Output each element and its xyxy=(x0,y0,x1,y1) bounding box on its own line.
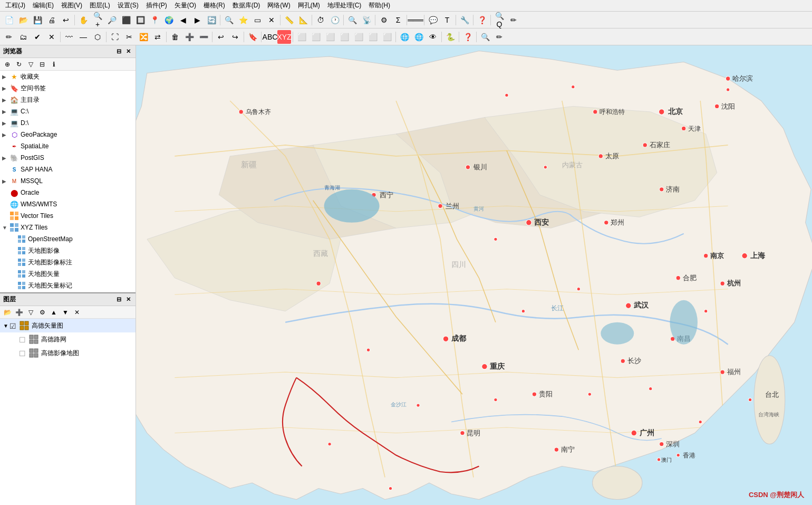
tree-item-tianditu-img[interactable]: 天地图影像 xyxy=(7,245,136,256)
save-as-btn[interactable]: 🖨 xyxy=(45,13,59,27)
dig-btn17[interactable]: 🔖 xyxy=(246,30,259,44)
menu-view[interactable]: 视图(V) xyxy=(58,0,85,11)
annot-btn[interactable]: 💬 xyxy=(426,13,440,27)
zoom-layer-btn[interactable]: 📍 xyxy=(148,13,161,27)
select-rect-btn[interactable]: ▭ xyxy=(250,13,264,27)
menu-raster[interactable]: 栅格(R) xyxy=(200,0,228,11)
dig-btn13[interactable]: ➕ xyxy=(182,30,196,44)
zoom-in-btn[interactable]: 🔍+ xyxy=(91,13,104,27)
dig-btn23[interactable]: ⬜ xyxy=(337,30,351,44)
open-btn[interactable]: 📂 xyxy=(16,13,30,27)
layer-gaode-road[interactable]: 高德路网 xyxy=(0,332,136,346)
time-btn[interactable]: ⏱ xyxy=(314,13,327,27)
tree-item-gaode-img[interactable]: 高德影像地图 xyxy=(7,291,136,292)
menu-database[interactable]: 数据库(D) xyxy=(229,0,264,11)
road-checkbox[interactable] xyxy=(19,336,26,343)
help-btn[interactable]: ❓ xyxy=(475,13,489,27)
tree-item-wms-wmts[interactable]: 🌐 WMS/WMTS xyxy=(0,198,136,210)
tree-item-tianditu-img-label[interactable]: 天地图影像标注 xyxy=(7,256,136,268)
coord-search-btn[interactable]: 🔍 xyxy=(345,13,359,27)
layers-settings-btn[interactable]: ⚙ xyxy=(37,307,47,318)
dig-btn14[interactable]: ➖ xyxy=(197,30,210,44)
dig-btn11[interactable]: ⇄ xyxy=(151,30,165,44)
text-btn[interactable]: T xyxy=(440,13,454,27)
dig-btn29[interactable]: 👁 xyxy=(426,30,440,44)
tree-item-spatial-bookmarks[interactable]: ▶ 🔖 空间书签 xyxy=(0,82,136,94)
dig-btn25[interactable]: ⬜ xyxy=(366,30,380,44)
menu-layer[interactable]: 图层(L) xyxy=(86,0,113,11)
browser-info-btn[interactable]: ℹ xyxy=(49,59,59,70)
qgis-edit-btn[interactable]: ✏ xyxy=(507,13,520,27)
menu-mesh[interactable]: 网孔(M) xyxy=(295,0,323,11)
tree-item-tianditu-vec-label[interactable]: 天地图矢量标记 xyxy=(7,280,136,291)
gps-btn[interactable]: 📡 xyxy=(360,13,373,27)
layers-up-btn[interactable]: ▲ xyxy=(49,307,59,318)
deselect-btn[interactable]: ✕ xyxy=(265,13,278,27)
browser-add-btn[interactable]: ⊕ xyxy=(2,59,13,70)
ruler-btn[interactable]: ═══ xyxy=(409,13,422,27)
menu-plugins[interactable]: 插件(P) xyxy=(143,0,170,11)
dig-btn15[interactable]: ↩ xyxy=(214,30,228,44)
dig-btn5[interactable]: 〰 xyxy=(62,30,76,44)
dig-btn19[interactable]: XYZ xyxy=(277,30,291,44)
dig-btn18[interactable]: ABC xyxy=(263,30,277,44)
tree-item-tianditu-vec[interactable]: 天地图矢量 xyxy=(7,268,136,280)
tree-item-spatialite[interactable]: ✒ SpatiaLite xyxy=(0,140,136,152)
dig-btn2[interactable]: 🗂 xyxy=(16,30,30,44)
tree-item-geopackage[interactable]: ▶ ⬡ GeoPackage xyxy=(0,129,136,140)
tree-item-oracle[interactable]: ⬤ Oracle xyxy=(0,187,136,198)
dig-btn26[interactable]: ⬜ xyxy=(380,30,394,44)
dig-btn22[interactable]: ⬜ xyxy=(323,30,337,44)
plugin-btn[interactable]: 🔧 xyxy=(458,13,471,27)
dig-search2-btn[interactable]: 🔍 xyxy=(478,30,492,44)
dig-btn6[interactable]: — xyxy=(76,30,90,44)
menu-help[interactable]: 帮助(H) xyxy=(365,0,393,11)
tree-item-c-drive[interactable]: ▶ 💻 C:\ xyxy=(0,106,136,117)
layers-down-btn[interactable]: ▼ xyxy=(60,307,71,318)
qgis-search-btn[interactable]: 🔍Q xyxy=(492,13,506,27)
menu-settings[interactable]: 设置(S) xyxy=(114,0,142,11)
browser-close-icon[interactable]: ✕ xyxy=(124,47,132,56)
tree-item-mssql[interactable]: ▶ M MSSQL xyxy=(0,175,136,187)
measure-btn[interactable]: 📏 xyxy=(282,13,296,27)
refresh-btn[interactable]: 🔄 xyxy=(205,13,218,27)
tree-item-d-drive[interactable]: ▶ 💻 D:\ xyxy=(0,117,136,129)
browser-collapse-btn[interactable]: ⊟ xyxy=(37,59,47,70)
layers-remove-btn[interactable]: ✕ xyxy=(72,307,82,318)
dig-btn8[interactable]: ⛶ xyxy=(108,30,122,44)
dig-btn12[interactable]: 🗑 xyxy=(168,30,182,44)
pan-btn[interactable]: ✋ xyxy=(76,13,90,27)
browser-refresh-btn[interactable]: ↻ xyxy=(14,59,24,70)
dig-btn24[interactable]: ⬜ xyxy=(352,30,365,44)
dig-python-btn[interactable]: 🐍 xyxy=(443,30,457,44)
map-area[interactable]: 北京 天津 上海 武汉 成都 重庆 广州 南京 杭州 xyxy=(136,45,812,505)
tree-item-sap-hana[interactable]: S SAP HANA xyxy=(0,164,136,175)
dig-btn7[interactable]: ⬡ xyxy=(91,30,104,44)
zoom-prev-btn[interactable]: ◀ xyxy=(176,13,190,27)
tree-item-postgis[interactable]: ▶ 🐘 PostGIS xyxy=(0,152,136,164)
menu-project[interactable]: 工程(J) xyxy=(2,0,28,11)
select-btn[interactable]: ⭐ xyxy=(236,13,250,27)
dig-btn20[interactable]: ⬜ xyxy=(295,30,308,44)
tree-item-vector-tiles[interactable]: Vector Tiles xyxy=(0,210,136,222)
browser-filter-btn[interactable]: ▽ xyxy=(25,59,36,70)
zoom-next-btn[interactable]: ▶ xyxy=(190,13,204,27)
new-project-btn[interactable]: 📄 xyxy=(2,13,16,27)
revert-btn[interactable]: ↩ xyxy=(59,13,73,27)
group-checkbox[interactable] xyxy=(9,322,17,329)
zoom-select-btn[interactable]: 🔲 xyxy=(133,13,147,27)
menu-vector[interactable]: 矢量(O) xyxy=(171,0,199,11)
layers-close-icon[interactable]: ✕ xyxy=(124,296,132,304)
tree-item-xyz-tiles[interactable]: ▼ XYZ Tiles xyxy=(0,222,136,233)
dig-btn16[interactable]: ↪ xyxy=(228,30,242,44)
layers-filter-btn[interactable]: ▽ xyxy=(25,307,36,318)
dig-btn4[interactable]: ✕ xyxy=(45,30,59,44)
identify-btn[interactable]: 🔍 xyxy=(222,13,236,27)
dig-btn3[interactable]: ✔ xyxy=(31,30,44,44)
time2-btn[interactable]: 🕐 xyxy=(328,13,342,27)
dig-btn21[interactable]: ⬜ xyxy=(309,30,323,44)
layers-open-btn[interactable]: 📂 xyxy=(2,307,13,318)
zoom-full-btn[interactable]: 🌍 xyxy=(162,13,176,27)
save-btn[interactable]: 💾 xyxy=(31,13,44,27)
dig-edit2-btn[interactable]: ✏ xyxy=(492,30,506,44)
